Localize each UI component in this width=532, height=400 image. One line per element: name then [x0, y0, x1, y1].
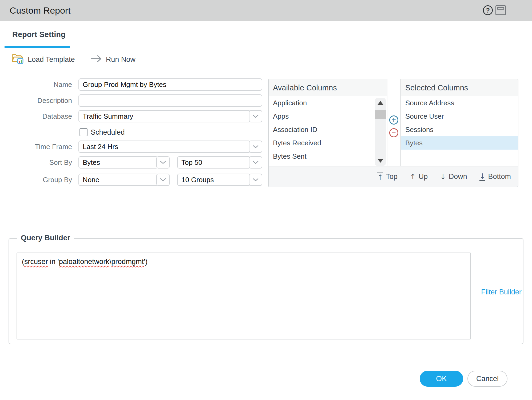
query-token-misspelled: prodmgmt [111, 258, 144, 266]
query-token: ( [22, 258, 24, 266]
arrow-to-bottom-icon: ↓ [479, 173, 486, 181]
move-down-button[interactable]: ↓ Down [440, 173, 467, 181]
sort-by-select-trigger[interactable] [156, 156, 170, 169]
query-token: ') [144, 258, 148, 266]
available-columns-list: ApplicationAppsAssociation IDBytes Recei… [269, 96, 387, 166]
run-now-button[interactable]: Run Now [91, 55, 136, 64]
database-select[interactable]: Traffic Summary [78, 110, 262, 122]
available-columns-scrollbar[interactable] [375, 98, 386, 166]
report-toolbar: Load Template Run Now [0, 48, 532, 71]
move-bottom-button[interactable]: ↓ Bottom [479, 173, 511, 181]
dialog-title: Custom Report [10, 0, 71, 21]
selected-columns-title: Selected Columns [401, 79, 518, 96]
sort-top-count-trigger[interactable] [249, 156, 262, 169]
name-label: Name [0, 78, 72, 91]
ok-button[interactable]: OK [420, 371, 463, 387]
chevron-down-icon [160, 161, 166, 164]
help-icon[interactable]: ? [483, 5, 493, 15]
query-builder-fieldset: Query Builder (srcuser in 'paloaltonetwo… [9, 238, 523, 344]
group-by-select-value: None [78, 174, 158, 186]
group-count-select[interactable]: 10 Groups [177, 174, 262, 186]
database-select-trigger[interactable] [249, 110, 262, 122]
scrollbar-thumb[interactable] [375, 110, 386, 119]
dialog-header: Custom Report ? [0, 0, 532, 21]
arrow-up-icon: ↑ [410, 173, 416, 180]
scroll-up-icon[interactable] [378, 101, 383, 105]
selected-column-item[interactable]: Source User [401, 110, 518, 123]
move-bottom-label: Bottom [488, 173, 511, 181]
panel-toggle-icon-bar [497, 7, 504, 10]
scroll-down-icon[interactable] [378, 159, 383, 163]
available-column-item[interactable]: Bytes Sent [269, 150, 387, 163]
available-column-item[interactable]: Application [269, 96, 387, 110]
move-down-label: Down [449, 173, 467, 181]
description-label: Description [0, 94, 72, 107]
column-order-toolbar: ↑ Top ↑ Up ↓ Down ↓ Bottom [269, 166, 518, 187]
chevron-down-icon [253, 114, 259, 118]
time-frame-label: Time Frame [0, 141, 72, 153]
selected-columns-list: Source AddressSource UserSessionsBytes [401, 96, 518, 166]
column-chooser: Available Columns Selected Columns Appli… [268, 79, 518, 187]
query-token-misspelled: paloaltonetwork [59, 258, 109, 266]
add-column-button[interactable]: + [389, 115, 398, 125]
chevron-down-icon [253, 145, 259, 149]
group-count-value: 10 Groups [177, 174, 251, 186]
selected-column-item[interactable]: Sessions [401, 123, 518, 136]
chevron-down-icon [253, 178, 259, 182]
chevron-down-icon [160, 178, 166, 182]
query-token: in ' [48, 258, 59, 266]
available-column-item[interactable]: Apps [269, 110, 387, 123]
chevron-down-icon [253, 161, 259, 164]
description-input[interactable] [78, 94, 262, 107]
available-column-item[interactable]: Bytes Received [269, 136, 387, 150]
sort-by-label: Sort By [0, 156, 72, 169]
scheduled-label: Scheduled [91, 128, 125, 136]
scheduled-checkbox[interactable] [80, 128, 88, 136]
database-select-value: Traffic Summary [78, 110, 251, 122]
run-now-arrow-icon [91, 55, 102, 64]
name-input[interactable] [78, 78, 262, 91]
time-frame-select-value: Last 24 Hrs [78, 141, 251, 153]
available-column-item[interactable]: Association ID [269, 123, 387, 136]
selected-column-item[interactable]: Bytes [401, 136, 518, 150]
tab-report-setting[interactable]: Report Setting [12, 30, 66, 39]
available-columns-title: Available Columns [269, 79, 387, 96]
run-now-label: Run Now [106, 55, 136, 64]
move-up-label: Up [419, 173, 428, 181]
query-token-misspelled: srcuser [24, 258, 48, 266]
panel-toggle-icon[interactable] [495, 5, 506, 15]
load-template-button[interactable]: Load Template [11, 53, 75, 66]
move-top-button[interactable]: ↑ Top [377, 173, 398, 181]
group-by-label: Group By [0, 174, 72, 186]
move-top-label: Top [386, 173, 398, 181]
selected-column-item[interactable]: Source Address [401, 96, 518, 110]
time-frame-select[interactable]: Last 24 Hrs [78, 141, 262, 153]
remove-column-button[interactable]: − [389, 128, 398, 137]
sort-top-count-value: Top 50 [177, 156, 251, 169]
time-frame-select-trigger[interactable] [249, 141, 262, 153]
tab-active-underline [5, 46, 70, 48]
custom-report-dialog: Custom Report ? Report Setting Load Temp… [0, 0, 532, 400]
sort-by-select-value: Bytes [78, 156, 158, 169]
group-by-select-trigger[interactable] [156, 174, 170, 186]
query-builder-legend: Query Builder [17, 234, 74, 242]
load-template-folder-icon [11, 53, 24, 66]
load-template-label: Load Template [28, 55, 75, 64]
cancel-button[interactable]: Cancel [467, 371, 507, 387]
group-count-trigger[interactable] [249, 174, 262, 186]
filter-builder-link[interactable]: Filter Builder [475, 288, 528, 296]
arrow-to-top-icon: ↑ [377, 173, 383, 181]
arrow-down-icon: ↓ [440, 173, 446, 180]
sort-by-select[interactable]: Bytes [78, 156, 170, 169]
sort-top-count-select[interactable]: Top 50 [177, 156, 262, 169]
panel-divider [387, 79, 387, 166]
database-label: Database [0, 110, 72, 122]
group-by-select[interactable]: None [78, 174, 170, 186]
move-up-button[interactable]: ↑ Up [410, 173, 428, 181]
query-input[interactable]: (srcuser in 'paloaltonetwork\prodmgmt') [17, 253, 471, 339]
